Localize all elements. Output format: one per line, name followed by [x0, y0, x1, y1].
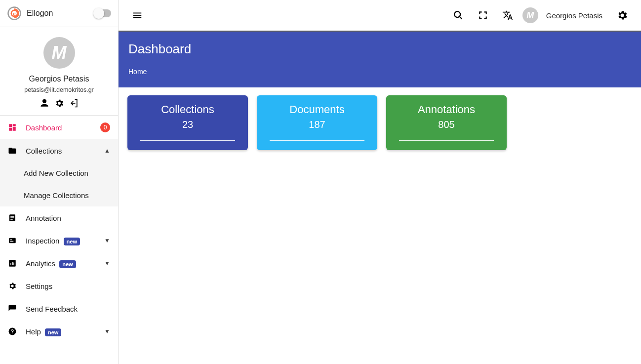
sidebar-nav: Dashboard 0 Collections ▲ Add New Collec…: [0, 116, 118, 343]
brand[interactable]: e Ellogon: [7, 6, 53, 21]
sidebar-item-inspection[interactable]: Inspection new ▼: [0, 229, 118, 252]
profile-email: petasis@iit.demokritos.gr: [5, 86, 113, 93]
analytics-icon: [8, 259, 18, 268]
dashboard-icon: [8, 123, 18, 132]
card-value: 187: [265, 119, 369, 130]
feedback-icon: [8, 304, 18, 313]
analytics-label-text: Analytics: [26, 259, 55, 268]
card-divider: [399, 140, 494, 141]
profile-panel: M Georgios Petasis petasis@iit.demokrito…: [0, 27, 118, 116]
svg-rect-9: [10, 217, 14, 218]
topbar-username[interactable]: Georgios Petasis: [546, 11, 602, 20]
sidebar-item-label: Collections: [26, 147, 96, 155]
new-badge: new: [45, 328, 61, 336]
card-divider: [140, 140, 235, 141]
translate-button[interactable]: [498, 5, 518, 25]
sidebar-item-label: Send Feedback: [26, 305, 110, 313]
gear-icon: [8, 282, 18, 290]
help-icon: ?: [8, 327, 18, 336]
sidebar-item-label: Annotation: [26, 214, 110, 222]
content: Collections 23 Documents 187 Annotations…: [119, 87, 641, 158]
card-collections[interactable]: Collections 23: [127, 95, 248, 150]
inspection-icon: [8, 236, 18, 245]
card-title: Collections: [135, 103, 240, 116]
svg-rect-13: [10, 241, 14, 242]
svg-text:?: ?: [11, 328, 14, 334]
svg-line-24: [460, 17, 462, 19]
sidebar-item-label: Help new: [26, 327, 96, 336]
svg-rect-8: [10, 216, 14, 217]
sidebar-item-label: Inspection new: [26, 237, 96, 245]
gear-icon[interactable]: [54, 98, 64, 108]
card-value: 805: [394, 119, 499, 130]
svg-text:e: e: [13, 11, 16, 17]
chevron-down-icon: ▼: [104, 260, 110, 267]
new-badge: new: [59, 260, 76, 268]
brand-row: e Ellogon: [0, 0, 118, 27]
svg-rect-6: [9, 128, 12, 131]
sidebar-item-label: Settings: [26, 282, 110, 290]
settings-button[interactable]: [612, 5, 632, 25]
annotation-icon: [8, 213, 18, 222]
theme-toggle[interactable]: [94, 9, 111, 17]
folder-icon: [8, 146, 18, 155]
avatar: M: [43, 37, 75, 69]
logout-icon[interactable]: [69, 98, 79, 108]
sidebar-item-settings[interactable]: Settings: [0, 275, 118, 297]
app-logo-icon: e: [7, 6, 22, 21]
help-label-text: Help: [26, 327, 41, 336]
breadcrumb[interactable]: Home: [128, 68, 631, 76]
sidebar: e Ellogon M Georgios Petasis petasis@iit…: [0, 0, 119, 364]
sidebar-sub-collections: Add New Collection Manage Collections: [0, 162, 118, 206]
menu-button[interactable]: [127, 5, 147, 25]
sidebar-item-dashboard[interactable]: Dashboard 0: [0, 116, 118, 139]
card-value: 23: [135, 119, 240, 130]
sidebar-item-manage-collections[interactable]: Manage Collections: [0, 184, 118, 206]
sidebar-item-label: Dashboard: [26, 123, 92, 132]
sidebar-item-label: Analytics new: [26, 259, 96, 268]
svg-rect-12: [10, 240, 12, 241]
account-icon[interactable]: [40, 98, 49, 108]
sidebar-item-feedback[interactable]: Send Feedback: [0, 297, 118, 320]
svg-rect-15: [10, 263, 11, 265]
svg-rect-16: [12, 262, 13, 265]
card-title: Annotations: [394, 103, 499, 116]
chevron-down-icon: ▼: [104, 237, 110, 244]
chevron-down-icon: ▼: [104, 328, 110, 335]
sidebar-item-collections[interactable]: Collections ▲: [0, 139, 118, 162]
svg-rect-3: [9, 124, 12, 127]
sidebar-item-help[interactable]: ? Help new ▼: [0, 320, 118, 343]
fullscreen-button[interactable]: [473, 5, 493, 25]
dashboard-count-badge: 0: [100, 122, 110, 132]
theme-toggle-knob: [93, 8, 104, 19]
svg-rect-21: [133, 15, 142, 16]
sidebar-item-analytics[interactable]: Analytics new ▼: [0, 252, 118, 275]
search-button[interactable]: [448, 5, 468, 25]
inspection-label-text: Inspection: [26, 237, 59, 245]
svg-rect-22: [133, 17, 142, 18]
sidebar-item-add-collection[interactable]: Add New Collection: [0, 162, 118, 184]
card-divider: [270, 140, 364, 141]
card-annotations[interactable]: Annotations 805: [386, 95, 507, 150]
page-header: Dashboard Home: [119, 32, 641, 87]
svg-point-23: [454, 11, 460, 17]
new-badge: new: [64, 238, 80, 245]
card-title: Documents: [265, 103, 369, 116]
main-area: M Georgios Petasis Dashboard Home Collec…: [119, 0, 641, 364]
svg-rect-10: [10, 219, 13, 220]
svg-rect-11: [9, 238, 16, 243]
svg-rect-17: [13, 263, 14, 265]
svg-rect-4: [13, 124, 16, 126]
svg-rect-20: [133, 13, 142, 14]
topbar: M Georgios Petasis: [119, 0, 641, 32]
avatar-small[interactable]: M: [522, 7, 538, 23]
brand-name: Ellogon: [27, 9, 53, 18]
page-title: Dashboard: [128, 41, 631, 57]
sidebar-item-annotation[interactable]: Annotation: [0, 206, 118, 229]
svg-rect-5: [13, 127, 16, 131]
card-documents[interactable]: Documents 187: [257, 95, 377, 150]
profile-name: Georgios Petasis: [5, 75, 113, 83]
chevron-up-icon: ▲: [104, 147, 110, 154]
